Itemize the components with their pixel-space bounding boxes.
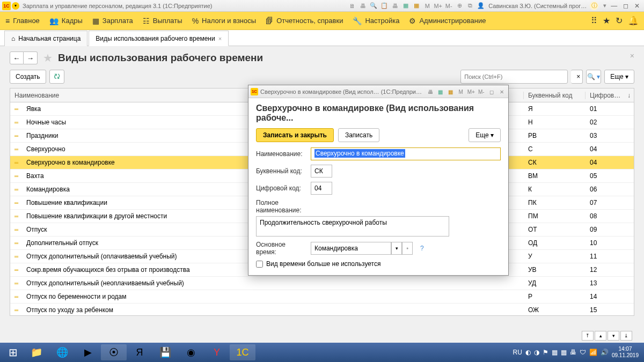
tab-home[interactable]: ⌂Начальная страница: [4, 31, 87, 46]
basetime-field[interactable]: [311, 242, 391, 255]
taskbar-explorer[interactable]: 📁: [24, 344, 49, 360]
scroll-up-button[interactable]: ▴: [595, 331, 606, 341]
tb-icon[interactable]: ⧉: [466, 2, 474, 10]
tray-icon[interactable]: ◑: [534, 349, 539, 356]
fullname-field[interactable]: Продолжительность сверхурочной работы: [256, 216, 449, 237]
table-row[interactable]: Отпуск по уходу за ребенкомОЖ15: [10, 304, 634, 316]
taskbar-player[interactable]: ▶: [75, 344, 101, 360]
d-mplus[interactable]: M+: [467, 89, 475, 95]
col-num[interactable]: Цифров…↓: [586, 92, 634, 99]
d-icon[interactable]: 🖶: [426, 89, 435, 95]
tray-icon[interactable]: 🖶: [570, 349, 576, 356]
combo-dropdown-button[interactable]: ▾: [391, 242, 402, 255]
app-menu-dropdown[interactable]: ▾: [12, 2, 19, 10]
tb-mplus[interactable]: M+: [434, 2, 442, 10]
refresh-button[interactable]: 🗘: [49, 70, 64, 84]
d-mminus[interactable]: M-: [477, 89, 486, 95]
favorite-star-icon[interactable]: ★: [43, 51, 53, 64]
nav-fwd-button[interactable]: →: [24, 51, 38, 64]
maximize-button[interactable]: ◻: [621, 2, 631, 10]
nav-back-button[interactable]: ←: [10, 51, 24, 64]
basetime-combo[interactable]: ▾ ▫: [311, 242, 413, 255]
d-icon[interactable]: ▦: [436, 89, 445, 95]
tb-icon[interactable]: ▦: [412, 2, 421, 10]
minimize-button[interactable]: —: [609, 2, 619, 10]
tb-icon[interactable]: 🔍: [369, 2, 378, 10]
menu-main[interactable]: ≡Главное: [5, 17, 40, 25]
create-button[interactable]: Создать: [10, 70, 46, 84]
code-field[interactable]: [311, 165, 332, 178]
tray-clock[interactable]: 14:07 09.11.2019: [612, 346, 639, 359]
search-input[interactable]: [460, 70, 568, 84]
d-icon[interactable]: ▦: [447, 89, 455, 95]
dialog-restore-button[interactable]: ◻: [487, 89, 496, 95]
tray-icon[interactable]: ▦: [552, 349, 558, 356]
tab-close-icon[interactable]: ×: [218, 35, 222, 42]
tb-icon[interactable]: 📋: [380, 2, 389, 10]
star-icon[interactable]: ★: [603, 16, 610, 26]
more-button[interactable]: Еще ▾: [604, 70, 634, 84]
tb-m[interactable]: M: [423, 2, 431, 10]
menu-vyplaty[interactable]: ☷Выплаты: [143, 17, 182, 25]
tb-calendar-icon[interactable]: ▦: [401, 2, 410, 10]
menu-nastroika[interactable]: 🔧Настройка: [353, 17, 399, 25]
dialog-more-button[interactable]: Еще ▾: [469, 128, 501, 142]
help-icon[interactable]: ?: [420, 245, 424, 252]
close-button[interactable]: ✕: [632, 2, 642, 10]
taskbar-yandex[interactable]: Я: [127, 344, 152, 360]
apps-icon[interactable]: ⠿: [591, 16, 597, 26]
start-button[interactable]: [2, 344, 24, 360]
page-close-icon[interactable]: ×: [630, 51, 634, 60]
menu-otchet[interactable]: 🗐Отчетность, справки: [266, 17, 343, 25]
sort-icon: ↓: [627, 92, 631, 99]
info-icon[interactable]: ⓘ: [590, 2, 598, 10]
row-icon: [14, 280, 23, 286]
tb-mminus[interactable]: M-: [444, 2, 453, 10]
save-button[interactable]: Записать: [338, 128, 379, 142]
tray-icon[interactable]: 📶: [589, 349, 597, 356]
current-user[interactable]: Савинская З.Ю. (Системный прог…: [488, 3, 587, 9]
num-field[interactable]: [311, 182, 332, 195]
tb-icon[interactable]: ⊕: [455, 2, 464, 10]
search-button[interactable]: 🔍 ▾: [586, 70, 601, 84]
dialog-close-button[interactable]: ✕: [497, 89, 506, 95]
d-m[interactable]: M: [457, 89, 465, 95]
tb-icon[interactable]: 🖶: [358, 2, 367, 10]
taskbar-app[interactable]: ◉: [178, 344, 204, 360]
row-code: ОД: [524, 239, 586, 247]
row-code: Н: [524, 119, 586, 126]
taskbar-ie[interactable]: 🌐: [49, 344, 75, 360]
menu-kadry[interactable]: 👥Кадры: [49, 17, 83, 25]
scroll-bottom-button[interactable]: ⤓: [620, 331, 632, 341]
tray-lang[interactable]: RU: [513, 349, 522, 356]
taskbar-chrome[interactable]: ⦿: [101, 344, 127, 360]
taskbar-1c[interactable]: 1C: [230, 344, 255, 360]
dd-icon[interactable]: ▾: [601, 2, 609, 10]
row-icon: [14, 159, 23, 166]
taskbar-save[interactable]: 💾: [152, 344, 178, 360]
tray-icon[interactable]: ⚑: [543, 349, 548, 356]
table-row[interactable]: Отпуск по беременности и родамР14: [10, 290, 634, 304]
save-close-button[interactable]: Записать и закрыть: [256, 128, 334, 142]
scroll-top-button[interactable]: ⤒: [582, 331, 594, 341]
tray-icon[interactable]: ▦: [561, 349, 567, 356]
tray-icon[interactable]: 🛡: [580, 349, 586, 356]
scroll-down-button[interactable]: ▾: [608, 331, 619, 341]
menu-zarplata[interactable]: ▦Зарплата: [92, 17, 133, 25]
col-code[interactable]: Буквенный код: [524, 92, 586, 99]
search-clear-button[interactable]: ×: [571, 70, 583, 84]
tray-icon[interactable]: ◐: [525, 349, 531, 356]
bell-icon[interactable]: 🔔: [628, 16, 639, 26]
menu-nalogi[interactable]: %Налоги и взносы: [192, 17, 257, 25]
combo-open-button[interactable]: ▫: [402, 242, 413, 255]
history-icon[interactable]: ↻: [616, 16, 623, 26]
tray-icon[interactable]: 🔊: [601, 349, 609, 356]
tb-icon[interactable]: 🖶: [391, 2, 399, 10]
tb-icon[interactable]: 🗎: [348, 2, 356, 10]
table-row[interactable]: Отпуск дополнительный (неоплачиваемый уч…: [10, 277, 634, 290]
taskbar-ybrowser[interactable]: Y: [204, 344, 230, 360]
tab-worktime-types[interactable]: Виды использования рабочего времени×: [89, 31, 229, 46]
name-field[interactable]: Сверхурочно в командировке: [311, 147, 501, 160]
menu-admin[interactable]: ⚙Администрирование: [409, 17, 486, 25]
unused-checkbox[interactable]: [256, 261, 263, 268]
